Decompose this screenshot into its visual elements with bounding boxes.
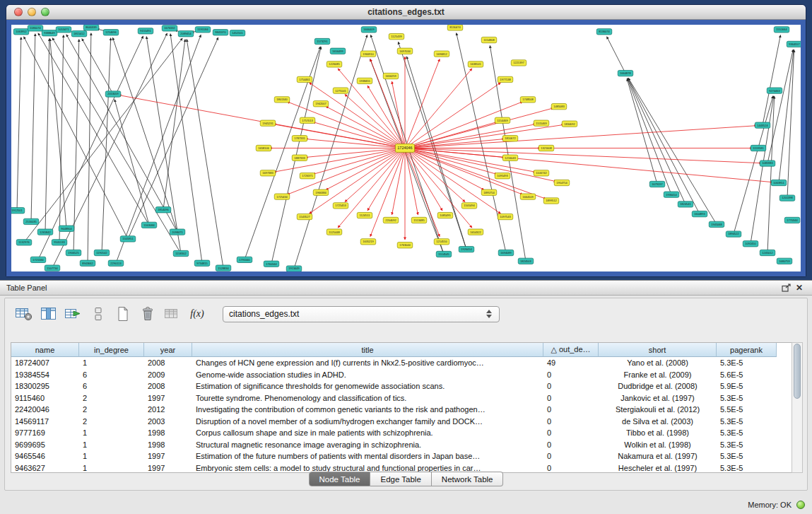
table-row[interactable]: 1456911722003Disruption of a novel membe… [11, 416, 802, 428]
graph-node[interactable]: 1913449 [286, 266, 302, 271]
graph-node[interactable]: 1186074 [28, 25, 43, 31]
graph-node[interactable]: 1725434 [274, 194, 290, 199]
graph-node[interactable]: 1966910 [360, 51, 376, 57]
citation-edge[interactable] [170, 34, 202, 264]
graph-node[interactable]: 1926414 [459, 246, 474, 252]
graph-node[interactable]: 1824541 [678, 201, 693, 207]
graph-node[interactable]: 1760344 [264, 261, 279, 267]
network-canvas[interactable]: 1063952118607493886491053471181541286403… [11, 25, 801, 271]
graph-node[interactable]: 1748508 [520, 97, 536, 103]
graph-node[interactable]: 2290113 [108, 260, 124, 266]
citation-edge[interactable] [627, 78, 657, 184]
minimize-window-button[interactable] [28, 8, 36, 16]
citation-edge[interactable] [59, 35, 64, 243]
citation-edge[interactable] [82, 39, 113, 94]
graph-node[interactable]: 1810672 [502, 136, 518, 141]
column-header-name[interactable]: name [11, 343, 79, 357]
graph-node[interactable]: 1452101 [230, 30, 245, 36]
citation-edge[interactable] [367, 148, 405, 211]
graph-node[interactable]: 1063951 [771, 180, 787, 185]
graph-node[interactable]: 1543527 [297, 214, 312, 219]
graph-node[interactable]: 9274463 [767, 88, 782, 93]
graph-node[interactable]: 1053471 [56, 27, 71, 33]
graph-node[interactable]: 1573291 [314, 38, 330, 44]
citation-edge[interactable] [17, 37, 21, 211]
citation-edge[interactable] [767, 49, 793, 163]
citation-edge[interactable] [405, 139, 505, 148]
graph-node[interactable]: 1226085 [326, 62, 342, 67]
scrollbar-thumb[interactable] [794, 344, 801, 399]
table-row[interactable]: 977716911998Corpus callosum shape and si… [11, 427, 802, 439]
graph-node[interactable]: 1945231 [260, 120, 276, 126]
citation-edge[interactable] [405, 83, 500, 148]
column-header-title[interactable]: title [192, 343, 543, 357]
graph-node[interactable]: 1507734 [45, 265, 60, 271]
graph-node[interactable]: 1485083 [551, 104, 567, 110]
graph-node[interactable]: 1265842 [37, 229, 53, 235]
graph-node[interactable]: 1124511 [357, 212, 372, 218]
graph-node[interactable]: 1815412 [71, 31, 87, 37]
graph-node[interactable]: 1894522 [726, 231, 741, 237]
graph-node[interactable]: 1664109 [520, 194, 536, 199]
citation-edge[interactable] [114, 100, 149, 226]
citation-edge[interactable] [313, 122, 405, 148]
memory-status-indicator[interactable] [796, 501, 805, 509]
citation-edge[interactable] [45, 39, 49, 233]
citation-edge[interactable] [405, 126, 757, 148]
column-header-short[interactable]: short [599, 343, 717, 357]
graph-node[interactable]: 1954754 [554, 180, 570, 185]
network-window-titlebar[interactable]: citations_edges.txt [6, 5, 806, 20]
citation-edge[interactable] [405, 148, 556, 182]
column-header-out_de[interactable]: △ out_de… [543, 343, 599, 357]
graph-node[interactable]: 1977138 [498, 76, 513, 82]
graph-node[interactable]: 1125439 [389, 33, 404, 39]
citation-edge[interactable] [405, 108, 553, 148]
citation-edge[interactable] [24, 37, 128, 239]
table-options-icon[interactable] [15, 304, 33, 324]
graph-node[interactable]: 1942007 [313, 101, 329, 107]
column-header-pagerank[interactable]: pagerank [717, 343, 777, 357]
graph-node[interactable]: 1676332 [162, 25, 177, 31]
graph-node[interactable]: 1899512 [543, 198, 559, 204]
graph-node[interactable]: 1092450 [743, 241, 758, 247]
graph-node[interactable]: 1214550 [434, 239, 449, 245]
table-row[interactable]: 1938455462009Genome-wide association stu… [11, 369, 802, 381]
graph-node[interactable]: 1190542 [94, 250, 110, 255]
graph-node[interactable]: 9155491 [138, 28, 153, 34]
close-panel-icon[interactable]: ✕ [793, 282, 806, 293]
graph-node[interactable]: 1132976 [16, 240, 32, 245]
delete-table-icon[interactable] [139, 304, 157, 324]
graph-node[interactable]: 1680759 [777, 258, 792, 264]
graph-node[interactable]: 1514545 [436, 251, 452, 257]
graph-node[interactable]: 1696812 [434, 51, 449, 57]
graph-node[interactable]: 9734815 [194, 260, 210, 266]
graph-node[interactable]: 1763044 [397, 243, 413, 248]
table-row[interactable]: 1872400712008Changes of HCN gene express… [11, 357, 802, 369]
graph-node[interactable]: 1085495 [437, 212, 453, 218]
graph-node[interactable]: 1515469 [534, 120, 549, 126]
graph-node[interactable]: 1321608 [539, 145, 554, 151]
graph-node[interactable]: 1679197 [649, 181, 665, 187]
graph-node[interactable]: 1721584 [30, 257, 46, 262]
graph-node[interactable]: 1604893 [692, 211, 707, 216]
graph-node[interactable]: 1824503 [518, 258, 534, 264]
show-columns-icon[interactable] [40, 304, 58, 324]
graph-node[interactable]: 1125448 [326, 229, 342, 235]
hub-node[interactable]: 1724046 [395, 144, 414, 153]
graph-node[interactable]: 1216043 [502, 155, 518, 160]
graph-node[interactable]: 1754461 [297, 76, 312, 82]
graph-node[interactable]: 1795340 [237, 257, 252, 262]
graph-node[interactable]: 1666409 [361, 27, 377, 33]
citation-edge[interactable] [163, 40, 185, 210]
table-row[interactable]: 946554611997Estimation of the future num… [11, 450, 802, 462]
graph-node[interactable]: 1154469 [495, 117, 510, 123]
graph-node[interactable]: 1757013 [300, 117, 315, 123]
graph-node[interactable]: 1085983 [760, 160, 775, 166]
citation-edge[interactable] [310, 83, 405, 148]
graph-node[interactable]: 1513485 [411, 217, 427, 223]
graph-node[interactable]: 1505951 [120, 236, 136, 242]
graph-node[interactable]: 9505133 [52, 240, 67, 245]
citation-edge[interactable] [367, 86, 405, 148]
graph-node[interactable]: 8943662 [80, 260, 95, 266]
graph-node[interactable]: 1154808 [481, 37, 497, 42]
